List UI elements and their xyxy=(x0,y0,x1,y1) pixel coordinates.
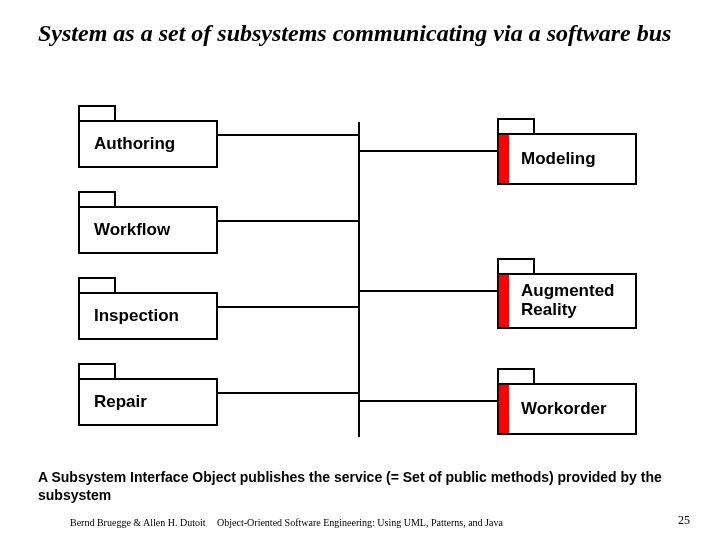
connector-augmented xyxy=(359,290,499,292)
package-body: Workorder xyxy=(497,383,637,435)
connector-repair xyxy=(215,392,359,394)
package-label: Augmented Reality xyxy=(499,282,615,319)
software-bus-diagram: Authoring Workflow Inspection Repair xyxy=(0,90,720,440)
caption-text: A Subsystem Interface Object publishes t… xyxy=(38,468,682,504)
slide: System as a set of subsystems communicat… xyxy=(0,0,720,540)
bus-vertical xyxy=(358,122,360,437)
package-label: Inspection xyxy=(80,306,179,326)
connector-modeling xyxy=(359,150,499,152)
connector-inspection xyxy=(215,306,359,308)
connector-workflow xyxy=(215,220,359,222)
connector-authoring xyxy=(215,134,359,136)
connector-workorder xyxy=(359,400,499,402)
package-label: Repair xyxy=(80,392,147,412)
footer-page-number: 25 xyxy=(678,513,690,528)
slide-title: System as a set of subsystems communicat… xyxy=(38,18,690,48)
package-label: Workorder xyxy=(499,399,607,419)
footer-book-title: Object-Oriented Software Engineering: Us… xyxy=(0,517,720,528)
package-body: Modeling xyxy=(497,133,637,185)
package-label: Authoring xyxy=(80,134,175,154)
package-body: Repair xyxy=(78,378,218,426)
package-body: Inspection xyxy=(78,292,218,340)
package-body: Augmented Reality xyxy=(497,273,637,329)
package-body: Authoring xyxy=(78,120,218,168)
package-label: Workflow xyxy=(80,220,170,240)
package-label: Modeling xyxy=(499,149,596,169)
package-body: Workflow xyxy=(78,206,218,254)
